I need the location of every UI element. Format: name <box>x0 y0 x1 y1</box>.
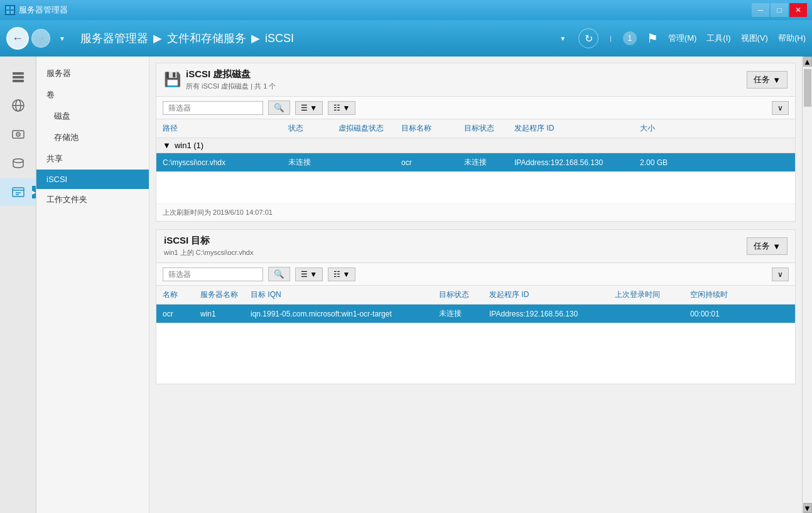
menu-help[interactable]: 帮助(H) <box>778 33 806 44</box>
maximize-button[interactable]: □ <box>771 3 788 17</box>
sidebar-nav: 服务器 卷 磁盘 存储池 共享 iSCSI 工作文件夹 <box>36 57 149 513</box>
row-target-status: 未连接 <box>464 157 514 168</box>
svg-point-14 <box>13 159 23 163</box>
title-bar-left: 服务器管理器 <box>5 4 68 16</box>
scroll-up[interactable]: ▲ <box>803 57 812 67</box>
iscsi-list-view-button[interactable]: ☰ ▼ <box>295 101 323 115</box>
menu-view[interactable]: 视图(V) <box>741 33 768 44</box>
iscsi-refresh-time: 上次刷新时间为 2019/6/10 14:07:01 <box>163 208 273 216</box>
iscsi-filter-bar: 🔍 ☰ ▼ ☷ ▼ ∨ <box>156 97 795 119</box>
iscsi-panel-title-area: 💾 iSCSI 虚拟磁盘 所有 iSCSI 虚拟磁盘 | 共 1 个 <box>164 68 276 91</box>
scrollbar[interactable]: ▲ ▼ <box>802 57 812 513</box>
tcol-initiator[interactable]: 发起程序 ID <box>489 289 615 300</box>
menu-tools[interactable]: 工具(I) <box>706 33 730 44</box>
breadcrumb: 服务器管理器 ▶ 文件和存储服务 ▶ iSCSI <box>80 31 551 46</box>
menu-bar: 管理(M) 工具(I) 视图(V) 帮助(H) <box>668 33 806 44</box>
close-button[interactable]: ✕ <box>789 3 807 17</box>
col-target-status[interactable]: 目标状态 <box>464 123 514 134</box>
target-expand-button[interactable]: ∨ <box>772 267 789 281</box>
target-panel-subtitle: win1 上的 C:\myscsi\ocr.vhdx <box>164 248 253 257</box>
sidebar-item-iscsi[interactable]: iSCSI <box>36 170 149 189</box>
iscsi-expand-button[interactable]: ∨ <box>772 101 789 115</box>
badge-count: 1 <box>627 34 632 43</box>
sidebar-icons: ▶ <box>0 57 36 513</box>
app-icon <box>5 5 15 15</box>
svg-rect-2 <box>6 11 9 14</box>
iscsi-grid-view-button[interactable]: ☷ ▼ <box>328 101 355 115</box>
iscsi-panel-subtitle: 所有 iSCSI 虚拟磁盘 | 共 1 个 <box>186 82 276 91</box>
breadcrumb-dropdown[interactable]: ▼ <box>557 29 568 48</box>
target-panel-title-area: iSCSI 目标 win1 上的 C:\myscsi\ocr.vhdx <box>164 235 253 257</box>
scroll-track[interactable] <box>804 67 811 503</box>
target-list-view-button[interactable]: ☰ ▼ <box>295 267 323 281</box>
sidebar-item-volumes[interactable]: 卷 <box>36 84 149 105</box>
iscsi-panel-icon: 💾 <box>164 72 181 88</box>
sidebar-icon-volume[interactable] <box>0 92 36 119</box>
col-path[interactable]: 路径 <box>163 123 288 134</box>
target-panel-text: iSCSI 目标 win1 上的 C:\myscsi\ocr.vhdx <box>164 235 253 257</box>
flag-icon[interactable]: ⚑ <box>647 31 658 46</box>
svg-rect-6 <box>13 80 24 82</box>
row-size: 2.00 GB <box>640 158 690 167</box>
col-target-name[interactable]: 目标名称 <box>401 123 464 134</box>
iscsi-task-button[interactable]: 任务 ▼ <box>747 71 788 89</box>
target-grid-view-button[interactable]: ☷ ▼ <box>328 267 355 281</box>
trow-iqn: iqn.1991-05.com.microsoft:win1-ocr-targe… <box>251 310 439 318</box>
sidebar-icon-share[interactable]: ▶ <box>0 178 36 206</box>
trow-initiator: IPAddress:192.168.56.130 <box>489 310 615 318</box>
col-status[interactable]: 状态 <box>288 123 338 134</box>
tcol-target-status[interactable]: 目标状态 <box>439 289 489 300</box>
svg-rect-0 <box>6 6 9 9</box>
menu-manage[interactable]: 管理(M) <box>668 33 697 44</box>
sidebar-item-disks[interactable]: 磁盘 <box>36 105 149 127</box>
sidebar-item-storagepools[interactable]: 存储池 <box>36 127 149 148</box>
svg-rect-15 <box>13 188 24 197</box>
minimize-button[interactable]: ─ <box>752 3 769 17</box>
target-search-button[interactable]: 🔍 <box>268 267 290 281</box>
col-initiator-id[interactable]: 发起程序 ID <box>514 123 640 134</box>
main-layout: ▶ 服务器 卷 磁盘 存储池 共享 iSCSI 工作文件夹 💾 iSCSI 虚拟… <box>0 57 812 513</box>
back-button[interactable]: ← <box>6 27 29 50</box>
target-data-row[interactable]: ocr win1 iqn.1991-05.com.microsoft:win1-… <box>156 305 795 323</box>
refresh-button[interactable]: ↻ <box>578 28 598 48</box>
iscsi-task-chevron: ▼ <box>772 75 781 85</box>
iscsi-search-button[interactable]: 🔍 <box>268 100 290 115</box>
sidebar-item-servers[interactable]: 服务器 <box>36 63 149 84</box>
trow-idle-time: 00:00:01 <box>690 310 740 318</box>
sidebar-icon-disk[interactable] <box>0 121 36 148</box>
iscsi-table: 路径 状态 虚拟磁盘状态 目标名称 目标状态 发起程序 ID 大小 ▼ win1… <box>156 119 795 221</box>
tcol-server[interactable]: 服务器名称 <box>200 289 251 300</box>
iscsi-data-row[interactable]: C:\myscsi\ocr.vhdx 未连接 ocr 未连接 IPAddress… <box>156 153 795 172</box>
tcol-idle-time[interactable]: 空闲持续时 <box>690 289 740 300</box>
scroll-down[interactable]: ▼ <box>803 503 812 513</box>
svg-rect-5 <box>13 76 24 78</box>
iscsi-target-panel: iSCSI 目标 win1 上的 C:\myscsi\ocr.vhdx 任务 ▼… <box>156 229 796 384</box>
col-disk-status[interactable]: 虚拟磁盘状态 <box>338 123 401 134</box>
sidebar-item-shares[interactable]: 共享 <box>36 148 149 170</box>
iscsi-filter-input[interactable] <box>163 101 263 115</box>
iscsi-task-label: 任务 <box>754 74 770 85</box>
iscsi-empty-space <box>156 172 795 203</box>
svg-rect-3 <box>11 11 14 14</box>
sidebar-icon-storage[interactable] <box>0 149 36 177</box>
target-panel-title: iSCSI 目标 <box>164 235 253 247</box>
breadcrumb-item-2[interactable]: 文件和存储服务 <box>167 31 246 46</box>
window-controls: ─ □ ✕ <box>752 3 807 17</box>
forward-button[interactable]: → <box>31 29 50 48</box>
tcol-iqn[interactable]: 目标 IQN <box>251 289 439 300</box>
breadcrumb-item-3[interactable]: iSCSI <box>265 32 294 45</box>
target-task-label: 任务 <box>754 240 770 252</box>
sidebar-item-workfolders[interactable]: 工作文件夹 <box>36 189 149 210</box>
target-filter-input[interactable] <box>163 267 263 281</box>
col-size[interactable]: 大小 <box>640 123 690 134</box>
target-table-header: 名称 服务器名称 目标 IQN 目标状态 发起程序 ID 上次登录时间 空闲持续… <box>156 286 795 305</box>
target-task-button[interactable]: 任务 ▼ <box>747 237 788 255</box>
trow-status: 未连接 <box>439 308 489 319</box>
tcol-name[interactable]: 名称 <box>163 289 200 300</box>
nav-dropdown[interactable]: ▼ <box>57 29 68 48</box>
row-initiator-id: IPAddress:192.168.56.130 <box>514 158 640 167</box>
sidebar-icon-server[interactable] <box>0 63 36 90</box>
breadcrumb-item-1[interactable]: 服务器管理器 <box>80 31 148 46</box>
scroll-thumb[interactable] <box>804 69 811 107</box>
tcol-login-time[interactable]: 上次登录时间 <box>615 289 690 300</box>
